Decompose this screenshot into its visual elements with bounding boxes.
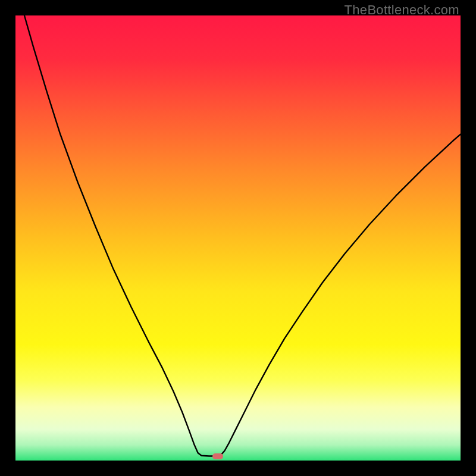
gradient-background bbox=[15, 15, 461, 461]
bottleneck-chart bbox=[15, 15, 461, 461]
optimal-point-marker bbox=[212, 453, 223, 459]
chart-frame bbox=[15, 15, 461, 461]
